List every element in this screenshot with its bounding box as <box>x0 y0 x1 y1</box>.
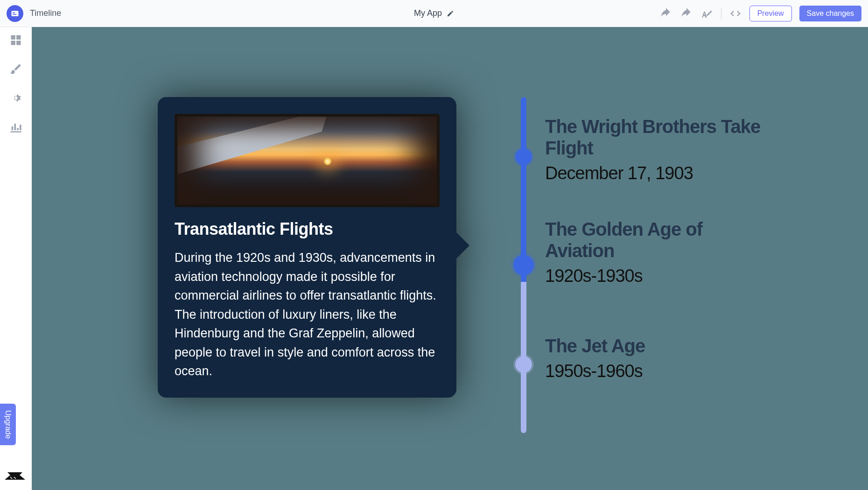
divider <box>721 7 721 20</box>
redo-button[interactable] <box>680 7 693 20</box>
page-type-icon <box>7 5 23 22</box>
svg-rect-2 <box>13 14 16 14</box>
edit-icon[interactable] <box>447 10 454 17</box>
card-body: During the 1920s and 1930s, advancements… <box>175 248 440 381</box>
settings-icon[interactable] <box>9 91 22 105</box>
analytics-icon[interactable] <box>9 120 22 133</box>
topbar: Timeline My App Preview Save changes <box>0 0 868 27</box>
preview-button[interactable]: Preview <box>749 6 792 21</box>
timeline-entry[interactable]: The Jet Age 1950s-1960s <box>545 335 769 381</box>
svg-rect-1 <box>13 12 15 13</box>
timeline-dot[interactable] <box>515 356 532 373</box>
timeline-dot[interactable] <box>515 148 532 165</box>
tools-button[interactable] <box>700 7 714 20</box>
page-title: Timeline <box>30 8 61 18</box>
timeline-entry-title: The Jet Age <box>545 335 769 357</box>
save-button[interactable]: Save changes <box>799 6 861 21</box>
timeline-entry-date: December 17, 1903 <box>545 163 769 183</box>
card-title: Transatlantic Flights <box>175 219 440 239</box>
canvas: Transatlantic Flights During the 1920s a… <box>32 27 868 490</box>
code-button[interactable] <box>729 7 742 20</box>
svg-rect-0 <box>12 11 19 16</box>
timeline-entry[interactable]: The Golden Age of Aviation 1920s-1930s <box>545 218 769 286</box>
topbar-actions: Preview Save changes <box>659 6 861 21</box>
timeline-entry-date: 1950s-1960s <box>545 361 769 381</box>
brush-icon[interactable] <box>9 63 22 76</box>
timeline-entry-date: 1920s-1930s <box>545 266 769 286</box>
app-name-container[interactable]: My App <box>414 8 454 18</box>
timeline: The Wright Brothers Take Flight December… <box>498 97 778 433</box>
app-name: My App <box>414 8 442 18</box>
timeline-entry[interactable]: The Wright Brothers Take Flight December… <box>545 116 769 183</box>
timeline-entry-title: The Golden Age of Aviation <box>545 218 769 261</box>
upgrade-button[interactable]: Upgrade <box>0 404 16 445</box>
detail-card: Transatlantic Flights During the 1920s a… <box>158 97 456 398</box>
console-icon[interactable] <box>5 470 25 483</box>
timeline-entry-title: The Wright Brothers Take Flight <box>545 116 769 159</box>
data-icon[interactable] <box>9 34 22 47</box>
undo-button[interactable] <box>659 7 672 20</box>
card-image <box>175 114 440 207</box>
timeline-dot-active[interactable] <box>513 255 534 275</box>
